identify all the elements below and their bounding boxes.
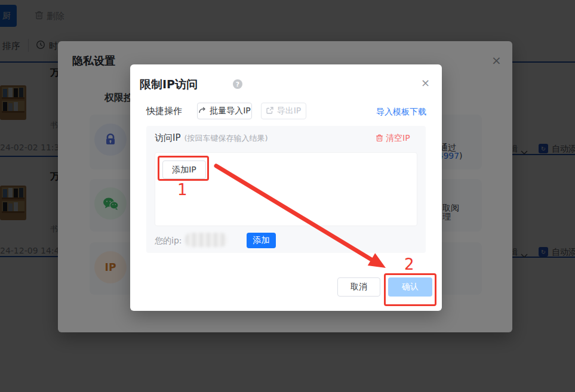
access-ip-header: 访问IP (按回车键保存输入结果)	[155, 132, 268, 144]
export-ip-label: 导出IP	[277, 106, 302, 116]
screen: 厨 删除 排序 时	[0, 0, 575, 392]
trash-icon	[376, 134, 383, 144]
restrict-ip-modal: 限制IP访问 ? × 快捷操作 批量导入IP 导出IP 导入模板下载	[130, 64, 442, 311]
ip-modal-title: 限制IP访问	[140, 77, 198, 92]
close-icon[interactable]: ×	[421, 78, 430, 88]
access-ip-panel: 访问IP (按回车键保存输入结果) 清空IP 添加IP 您的ip:	[146, 126, 426, 253]
quick-ops-label: 快捷操作	[146, 106, 182, 117]
access-ip-label: 访问IP	[155, 132, 180, 144]
access-ip-hint: (按回车键保存输入结果)	[184, 133, 267, 144]
add-ip-button[interactable]: 添加IP	[162, 160, 206, 179]
clear-ip-action[interactable]: 清空IP	[376, 133, 410, 144]
add-your-ip-button[interactable]: 添加	[247, 233, 276, 248]
import-arrow-icon	[198, 106, 206, 116]
cancel-button[interactable]: 取消	[337, 277, 380, 297]
confirm-button[interactable]: 确认	[388, 277, 432, 297]
your-ip-label: 您的ip:	[155, 236, 182, 246]
batch-import-label: 批量导入IP	[210, 106, 251, 116]
export-ip-button[interactable]: 导出IP	[261, 103, 306, 119]
batch-import-ip-button[interactable]: 批量导入IP	[197, 103, 252, 119]
censored-ip-value	[185, 233, 227, 247]
help-icon[interactable]: ?	[233, 79, 242, 89]
external-link-icon	[266, 106, 273, 116]
template-download-link[interactable]: 导入模板下载	[376, 107, 426, 118]
clear-ip-label: 清空IP	[386, 133, 410, 144]
ip-input-area[interactable]: 添加IP	[155, 152, 417, 226]
